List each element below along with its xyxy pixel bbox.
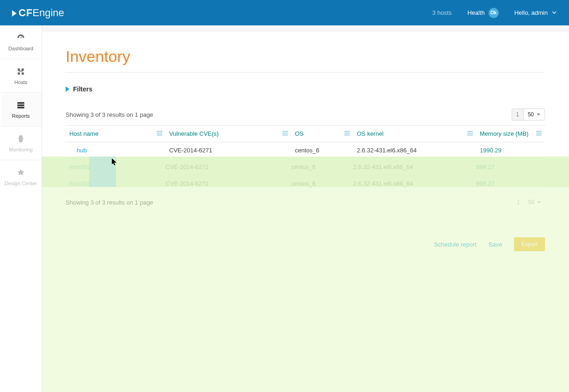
cell-host[interactable]: host001 [66, 175, 165, 192]
inventory-table: Host name Vulnerable CVE(s) OS OS kernel [66, 125, 545, 192]
pager-bottom: 1 50 [513, 197, 545, 208]
cell-kernel: 2.6.32-431.el6.x86_64 [353, 142, 476, 159]
col-label: Memory size (MB) [480, 130, 528, 137]
topbar: CF Engine 3 hosts Health Ok Hello, admin [0, 0, 569, 25]
cell-os: centos_6 [291, 142, 353, 159]
table-row[interactable]: host002 CVE-2014-6271 centos_6 2.6.32-43… [66, 159, 545, 175]
page-title: Inventory [66, 48, 545, 66]
content-area: Inventory Filters Showing 3 of 3 results… [42, 25, 569, 392]
save-link[interactable]: Save [489, 241, 502, 248]
export-button[interactable]: Export [514, 237, 545, 251]
col-os-kernel[interactable]: OS kernel [353, 126, 476, 142]
dashboard-icon [16, 33, 26, 43]
page-size-select[interactable]: 50 [524, 109, 545, 120]
table-row[interactable]: host001 CVE-2014-6271 centos_6 2.6.32-43… [66, 175, 545, 192]
table-row[interactable]: hub CVE-2014-6271 centos_6 2.6.32-431.el… [66, 142, 545, 159]
col-os[interactable]: OS [291, 126, 353, 142]
logo-icon [12, 10, 17, 17]
user-menu[interactable]: Hello, admin [514, 9, 557, 16]
chevron-right-icon [66, 86, 69, 92]
col-label: Vulnerable CVE(s) [169, 130, 219, 137]
sidebar-item-hosts[interactable]: Hosts [0, 59, 42, 93]
chevron-down-icon [551, 10, 557, 15]
table-footer-bar: Showing 3 of 3 results on 1 page 1 50 [66, 197, 545, 208]
sidebar-item-label: Reports [12, 113, 30, 119]
cell-memory: 1990.29 [476, 142, 545, 159]
col-vulnerable-cves[interactable]: Vulnerable CVE(s) [165, 126, 291, 142]
sidebar: Dashboard Hosts Reports Monitoring Desig… [0, 25, 42, 392]
results-summary-bottom: Showing 3 of 3 results on 1 page [66, 199, 153, 206]
cell-host[interactable]: hub [66, 142, 165, 159]
column-menu-icon[interactable] [344, 130, 350, 138]
filters-label: Filters [73, 85, 92, 93]
hosts-icon [16, 66, 26, 77]
health-indicator[interactable]: Health Ok [467, 8, 499, 18]
page-size-value: 50 [528, 197, 534, 208]
design-center-icon [16, 168, 26, 178]
col-host-name[interactable]: Host name [66, 126, 165, 142]
sidebar-item-label: Dashboard [8, 46, 33, 51]
logo-cf: CF [18, 7, 32, 19]
report-panel: Inventory Filters Showing 3 of 3 results… [42, 32, 569, 392]
col-label: OS kernel [357, 130, 384, 137]
caret-down-icon [537, 201, 541, 203]
pager-top: 1 50 [512, 109, 545, 121]
cell-memory: 998.27 [476, 175, 545, 192]
sidebar-item-monitoring[interactable]: Monitoring [0, 127, 42, 160]
hosts-count-link[interactable]: 3 hosts [432, 9, 452, 16]
column-menu-icon[interactable] [467, 130, 473, 138]
column-menu-icon[interactable] [536, 130, 542, 138]
caret-down-icon [537, 114, 540, 115]
report-actions: Schedule report Save Export [66, 237, 545, 251]
cell-os: centos_6 [291, 175, 353, 192]
table-header-bar: Showing 3 of 3 results on 1 page 1 50 [66, 109, 545, 121]
cell-kernel: 2.6.32-431.el6.x86_64 [353, 159, 476, 175]
sidebar-item-dashboard[interactable]: Dashboard [0, 25, 42, 59]
cell-memory: 998.27 [476, 159, 545, 175]
logo[interactable]: CF Engine [12, 7, 64, 19]
cell-kernel: 2.6.32-431.el6.x86_64 [353, 175, 476, 192]
page-size-value: 50 [528, 109, 534, 120]
cell-cve: CVE-2014-6271 [165, 159, 291, 175]
divider [66, 72, 545, 72]
page-size-select[interactable]: 50 [524, 197, 545, 208]
cell-host[interactable]: host002 [66, 159, 165, 175]
page-number[interactable]: 1 [512, 109, 524, 120]
sidebar-item-label: Hosts [14, 79, 27, 85]
sidebar-item-reports[interactable]: Reports [0, 93, 42, 127]
sidebar-item-label: Monitoring [9, 147, 32, 152]
user-greeting: Hello, admin [514, 9, 548, 16]
health-label: Health [467, 9, 485, 16]
schedule-report-link[interactable]: Schedule report [434, 241, 477, 248]
monitoring-icon [16, 134, 26, 144]
logo-engine: Engine [32, 7, 64, 19]
results-summary-top: Showing 3 of 3 results on 1 page [66, 111, 153, 118]
filters-toggle[interactable]: Filters [66, 85, 545, 93]
health-badge: Ok [489, 8, 499, 18]
cell-cve: CVE-2014-6271 [165, 175, 291, 192]
cell-os: centos_6 [291, 159, 353, 175]
column-menu-icon[interactable] [156, 130, 163, 138]
column-menu-icon[interactable] [282, 130, 288, 138]
sidebar-item-label: Design Center [5, 181, 37, 186]
page-number[interactable]: 1 [513, 197, 524, 208]
sidebar-item-design-center[interactable]: Design Center [0, 160, 42, 193]
col-memory-size[interactable]: Memory size (MB) [476, 126, 545, 142]
reports-icon [16, 100, 26, 110]
hosts-count-label: 3 hosts [432, 9, 452, 16]
col-label: Host name [69, 130, 98, 137]
cell-cve: CVE-2014-6271 [165, 142, 291, 159]
col-label: OS [295, 130, 304, 137]
